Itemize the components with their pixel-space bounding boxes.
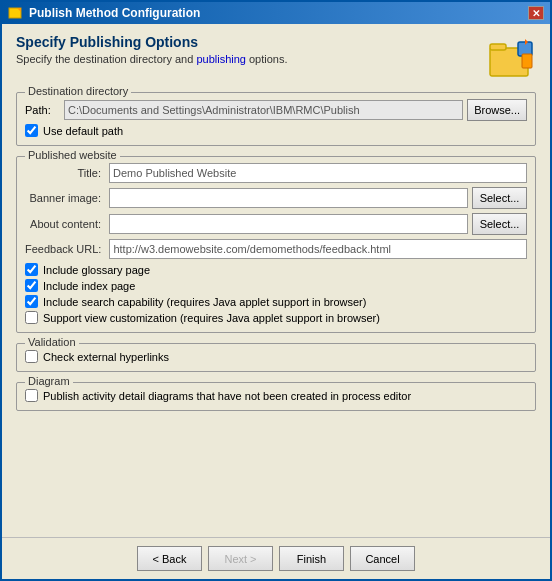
page-header: Specify Publishing Options Specify the d… (16, 34, 536, 82)
banner-select-button[interactable]: Select... (472, 187, 527, 209)
back-button[interactable]: < Back (137, 546, 202, 571)
published-website-group: Published website Title: Banner image: S… (16, 156, 536, 333)
search-checkbox[interactable] (25, 295, 38, 308)
banner-input[interactable] (109, 188, 468, 208)
path-row: Path: Browse... (25, 99, 527, 121)
hyperlinks-checkbox[interactable] (25, 350, 38, 363)
glossary-label: Include glossary page (43, 264, 150, 276)
hyperlinks-label: Check external hyperlinks (43, 351, 169, 363)
destination-group-label: Destination directory (25, 85, 131, 97)
cancel-button[interactable]: Cancel (350, 546, 415, 571)
next-button[interactable]: Next > (208, 546, 273, 571)
destination-directory-group: Destination directory Path: Browse... Us… (16, 92, 536, 146)
footer: < Back Next > Finish Cancel (2, 537, 550, 579)
svg-rect-3 (490, 44, 506, 50)
validation-group: Validation Check external hyperlinks (16, 343, 536, 372)
main-window: Publish Method Configuration ✕ Specify P… (0, 0, 552, 581)
path-label: Path: (25, 104, 60, 116)
browse-button[interactable]: Browse... (467, 99, 527, 121)
validation-group-label: Validation (25, 336, 79, 348)
diagram-group-label: Diagram (25, 375, 73, 387)
support-row: Support view customization (requires Jav… (25, 311, 527, 324)
feedback-input[interactable] (109, 239, 527, 259)
about-input[interactable] (109, 214, 468, 234)
window-icon (8, 5, 24, 21)
use-default-checkbox[interactable] (25, 124, 38, 137)
support-label: Support view customization (requires Jav… (43, 312, 380, 324)
feedback-row: Feedback URL: (25, 239, 527, 259)
close-button[interactable]: ✕ (528, 6, 544, 20)
diagram-label: Publish activity detail diagrams that ha… (43, 390, 411, 402)
index-label: Include index page (43, 280, 135, 292)
page-subtitle: Specify the destination directory and pu… (16, 53, 288, 65)
glossary-checkbox[interactable] (25, 263, 38, 276)
use-default-row: Use default path (25, 124, 527, 137)
feedback-label: Feedback URL: (25, 243, 105, 255)
index-row: Include index page (25, 279, 527, 292)
about-row: About content: Select... (25, 213, 527, 235)
support-checkbox[interactable] (25, 311, 38, 324)
content-area: Specify Publishing Options Specify the d… (2, 24, 550, 537)
publishing-link[interactable]: publishing (196, 53, 246, 65)
search-label: Include search capability (requires Java… (43, 296, 366, 308)
title-input[interactable] (109, 163, 527, 183)
glossary-row: Include glossary page (25, 263, 527, 276)
use-default-label: Use default path (43, 125, 123, 137)
svg-rect-6 (522, 54, 532, 68)
about-label: About content: (25, 218, 105, 230)
title-label: Title: (25, 167, 105, 179)
folder-icon (488, 34, 536, 82)
diagram-row: Publish activity detail diagrams that ha… (25, 389, 527, 402)
search-row: Include search capability (requires Java… (25, 295, 527, 308)
about-select-button[interactable]: Select... (472, 213, 527, 235)
window-title: Publish Method Configuration (29, 6, 200, 20)
diagram-group: Diagram Publish activity detail diagrams… (16, 382, 536, 411)
diagram-checkbox[interactable] (25, 389, 38, 402)
index-checkbox[interactable] (25, 279, 38, 292)
finish-button[interactable]: Finish (279, 546, 344, 571)
banner-row: Banner image: Select... (25, 187, 527, 209)
path-input[interactable] (64, 100, 463, 120)
page-title: Specify Publishing Options (16, 34, 288, 50)
hyperlinks-row: Check external hyperlinks (25, 350, 527, 363)
banner-label: Banner image: (25, 192, 105, 204)
website-group-label: Published website (25, 149, 120, 161)
title-bar: Publish Method Configuration ✕ (2, 2, 550, 24)
title-row: Title: (25, 163, 527, 183)
title-bar-left: Publish Method Configuration (8, 5, 200, 21)
